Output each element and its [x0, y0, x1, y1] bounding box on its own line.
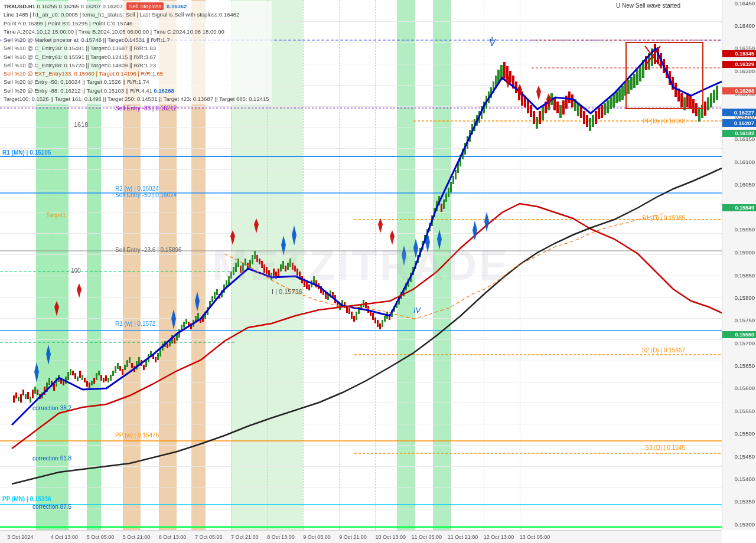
svg-rect-45: [117, 363, 119, 369]
time-label-14: 12 Oct 13:00: [484, 534, 514, 540]
svg-rect-79: [197, 313, 199, 320]
svg-rect-61: [155, 357, 157, 362]
svg-rect-42: [110, 375, 112, 381]
svg-rect-4: [20, 394, 22, 403]
svg-rect-7: [27, 392, 29, 399]
svg-rect-278: [710, 93, 712, 107]
info-line-5: Sell %10 @ C_Entry38: 0.15481 || Target:…: [4, 44, 269, 53]
svg-rect-34: [91, 381, 93, 385]
svg-marker-281: [54, 301, 59, 316]
info-line-3: Time A:2024.10.12 15:00:00 | Time B:2024…: [4, 28, 269, 36]
svg-rect-73: [183, 322, 185, 328]
svg-rect-235: [583, 111, 585, 124]
svg-rect-121: [296, 269, 298, 276]
svg-rect-270: [686, 93, 689, 107]
target1-label: Target1: [46, 212, 66, 218]
svg-rect-146: [356, 312, 357, 320]
svg-rect-38: [100, 375, 102, 381]
svg-rect-184: [445, 194, 447, 202]
svg-rect-230: [568, 91, 571, 103]
svg-rect-92: [228, 276, 230, 284]
svg-rect-22: [63, 381, 64, 385]
info-box: TRXUSD.H1 0.16255 0.16265 0.16207 0.1620…: [1, 1, 272, 104]
svg-rect-279: [713, 90, 715, 103]
svg-rect-46: [119, 366, 121, 371]
svg-rect-185: [448, 188, 449, 197]
svg-rect-243: [607, 100, 609, 113]
time-label-4: 5 Oct 21:00: [123, 534, 151, 540]
svg-rect-186: [450, 182, 452, 192]
svg-rect-29: [79, 371, 81, 378]
svg-rect-36: [96, 373, 97, 380]
svg-marker-286: [390, 230, 395, 245]
svg-rect-2: [15, 392, 17, 398]
svg-rect-241: [601, 105, 603, 118]
svg-rect-274: [698, 107, 700, 122]
svg-rect-188: [455, 170, 457, 179]
svg-marker-291: [34, 362, 39, 382]
svg-rect-50: [129, 357, 131, 363]
svg-rect-217: [530, 105, 532, 117]
svg-rect-144: [351, 312, 353, 319]
svg-rect-93: [230, 272, 232, 279]
price-tag-16268: 0.16268: [722, 87, 756, 94]
time-label-9: 9 Oct 05:00: [303, 534, 331, 540]
svg-rect-25: [70, 369, 71, 375]
svg-marker-282: [77, 283, 82, 298]
svg-rect-156: [379, 323, 381, 329]
svg-rect-10: [34, 387, 36, 394]
time-label-2: 4 Oct 13:00: [51, 534, 79, 540]
svg-marker-289: [536, 86, 541, 100]
svg-rect-237: [589, 118, 591, 131]
svg-rect-62: [157, 353, 159, 360]
svg-rect-113: [278, 269, 279, 277]
time-label-1: 3 Oct 2024: [7, 534, 33, 540]
svg-rect-155: [377, 320, 379, 327]
svg-rect-236: [586, 115, 588, 127]
svg-rect-233: [577, 103, 579, 116]
wave-iv-label: IV: [413, 306, 422, 315]
s1d-label: S1 (D) | 0.15965: [642, 215, 685, 221]
svg-rect-49: [126, 360, 128, 367]
svg-rect-126: [308, 284, 310, 290]
svg-rect-246: [615, 91, 618, 103]
svg-rect-245: [612, 94, 615, 107]
stoploss-badge: Sell Stoploss: [126, 2, 164, 10]
svg-rect-18: [53, 384, 55, 391]
time-label-13: 11 Oct 21:00: [448, 534, 478, 540]
svg-rect-129: [315, 280, 317, 287]
svg-rect-247: [618, 89, 621, 102]
corr-38-label: correction 38.2: [32, 405, 72, 411]
svg-rect-33: [89, 382, 90, 388]
svg-rect-102: [252, 255, 253, 264]
svg-rect-47: [122, 369, 123, 375]
svg-rect-114: [280, 264, 282, 272]
svg-rect-39: [103, 378, 105, 382]
svg-rect-244: [610, 97, 612, 109]
svg-marker-295: [281, 235, 286, 256]
info-line-10: Sell %20 @ Entry -88: 0.16212 || Target:…: [4, 87, 269, 95]
label-100: 100: [71, 267, 81, 274]
svg-rect-104: [256, 255, 258, 262]
price-tag-15849: 0.15849: [722, 204, 756, 211]
svg-rect-101: [249, 260, 251, 268]
svg-marker-292: [46, 345, 51, 365]
svg-rect-273: [695, 103, 698, 116]
svg-marker-293: [171, 309, 176, 329]
time-label-12: 11 Oct 05:00: [412, 534, 442, 540]
sell-entry-50-label: Sell Entry -50 | 0.16024: [115, 192, 177, 198]
svg-rect-32: [86, 381, 88, 387]
svg-rect-277: [707, 97, 709, 110]
sell-entry-236-label: Sell Entry -23.6 | 0.15896: [115, 247, 182, 253]
svg-marker-290: [546, 93, 551, 108]
s2d-label: S2 (D) | 0.15667: [642, 347, 685, 354]
svg-rect-219: [536, 117, 538, 129]
svg-rect-240: [598, 107, 600, 119]
info-line-4: Sell %20 @ Market price:or at: 0.15746 |…: [4, 36, 269, 44]
svg-rect-252: [633, 74, 636, 88]
svg-rect-272: [692, 99, 695, 113]
svg-rect-119: [292, 263, 294, 270]
info-line-1: Line:1485 | h1_atr_c0: 0.0005 | tema_h1_…: [4, 11, 269, 19]
svg-rect-69: [174, 338, 175, 344]
svg-rect-276: [704, 102, 706, 116]
